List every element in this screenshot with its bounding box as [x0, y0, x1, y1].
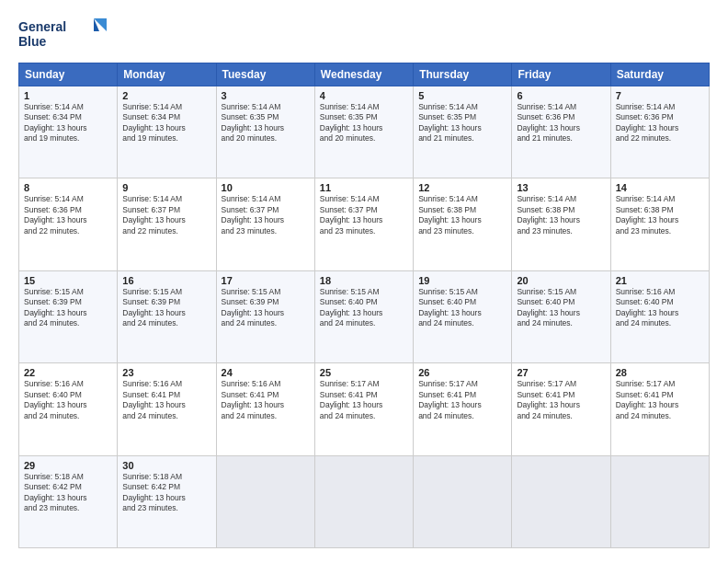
calendar-week-row: 29Sunrise: 5:18 AMSunset: 6:42 PMDayligh… — [19, 455, 710, 547]
day-info: Sunrise: 5:16 AMSunset: 6:40 PMDaylight:… — [24, 379, 112, 421]
calendar-cell: 14Sunrise: 5:14 AMSunset: 6:38 PMDayligh… — [610, 178, 709, 270]
day-info: Sunrise: 5:15 AMSunset: 6:39 PMDaylight:… — [24, 287, 112, 329]
day-info: Sunrise: 5:16 AMSunset: 6:40 PMDaylight:… — [616, 287, 704, 329]
calendar-cell: 16Sunrise: 5:15 AMSunset: 6:39 PMDayligh… — [118, 270, 216, 362]
calendar-cell — [314, 455, 413, 547]
calendar-cell: 8Sunrise: 5:14 AMSunset: 6:36 PMDaylight… — [19, 178, 118, 270]
calendar-cell: 5Sunrise: 5:14 AMSunset: 6:35 PMDaylight… — [414, 86, 512, 178]
page: General Blue SundayMondayTuesdayWednesda… — [0, 0, 728, 563]
day-info: Sunrise: 5:18 AMSunset: 6:42 PMDaylight:… — [122, 472, 210, 514]
calendar-cell: 22Sunrise: 5:16 AMSunset: 6:40 PMDayligh… — [19, 363, 118, 455]
svg-text:General: General — [18, 19, 66, 34]
calendar-cell: 1Sunrise: 5:14 AMSunset: 6:34 PMDaylight… — [19, 86, 118, 178]
svg-text:Blue: Blue — [18, 34, 47, 49]
day-info: Sunrise: 5:16 AMSunset: 6:41 PMDaylight:… — [222, 379, 310, 421]
day-info: Sunrise: 5:14 AMSunset: 6:35 PMDaylight:… — [222, 102, 310, 144]
day-number: 6 — [517, 90, 605, 101]
logo-svg: General Blue — [18, 15, 110, 53]
calendar-cell: 18Sunrise: 5:15 AMSunset: 6:40 PMDayligh… — [314, 270, 413, 362]
day-number: 7 — [616, 90, 704, 101]
calendar-cell: 24Sunrise: 5:16 AMSunset: 6:41 PMDayligh… — [216, 363, 314, 455]
calendar-cell: 10Sunrise: 5:14 AMSunset: 6:37 PMDayligh… — [216, 178, 314, 270]
day-info: Sunrise: 5:15 AMSunset: 6:39 PMDaylight:… — [222, 287, 310, 329]
day-info: Sunrise: 5:14 AMSunset: 6:35 PMDaylight:… — [320, 102, 408, 144]
calendar-table: SundayMondayTuesdayWednesdayThursdayFrid… — [18, 63, 710, 548]
day-info: Sunrise: 5:14 AMSunset: 6:36 PMDaylight:… — [616, 102, 704, 144]
calendar-cell: 27Sunrise: 5:17 AMSunset: 6:41 PMDayligh… — [512, 363, 610, 455]
calendar-cell: 20Sunrise: 5:15 AMSunset: 6:40 PMDayligh… — [512, 270, 610, 362]
day-info: Sunrise: 5:14 AMSunset: 6:34 PMDaylight:… — [122, 102, 210, 144]
calendar-cell: 25Sunrise: 5:17 AMSunset: 6:41 PMDayligh… — [314, 363, 413, 455]
calendar-cell: 7Sunrise: 5:14 AMSunset: 6:36 PMDaylight… — [610, 86, 709, 178]
day-info: Sunrise: 5:14 AMSunset: 6:36 PMDaylight:… — [517, 102, 605, 144]
day-number: 15 — [24, 275, 112, 286]
day-number: 26 — [418, 367, 506, 378]
day-number: 12 — [418, 182, 506, 193]
day-number: 4 — [320, 90, 408, 101]
day-number: 18 — [320, 275, 408, 286]
day-number: 1 — [24, 90, 112, 101]
calendar-cell: 6Sunrise: 5:14 AMSunset: 6:36 PMDaylight… — [512, 86, 610, 178]
day-info: Sunrise: 5:14 AMSunset: 6:38 PMDaylight:… — [418, 194, 506, 236]
calendar-week-row: 8Sunrise: 5:14 AMSunset: 6:36 PMDaylight… — [19, 178, 710, 270]
calendar-week-row: 22Sunrise: 5:16 AMSunset: 6:40 PMDayligh… — [19, 363, 710, 455]
weekday-header-tuesday: Tuesday — [216, 63, 314, 86]
calendar-cell — [414, 455, 512, 547]
day-number: 19 — [418, 275, 506, 286]
day-number: 14 — [616, 182, 704, 193]
calendar-cell: 13Sunrise: 5:14 AMSunset: 6:38 PMDayligh… — [512, 178, 610, 270]
day-info: Sunrise: 5:17 AMSunset: 6:41 PMDaylight:… — [418, 379, 506, 421]
calendar-cell: 19Sunrise: 5:15 AMSunset: 6:40 PMDayligh… — [414, 270, 512, 362]
day-number: 22 — [24, 367, 112, 378]
calendar-body: 1Sunrise: 5:14 AMSunset: 6:34 PMDaylight… — [19, 86, 710, 548]
calendar-cell: 15Sunrise: 5:15 AMSunset: 6:39 PMDayligh… — [19, 270, 118, 362]
day-number: 17 — [222, 275, 310, 286]
calendar-cell: 4Sunrise: 5:14 AMSunset: 6:35 PMDaylight… — [314, 86, 413, 178]
weekday-header-saturday: Saturday — [610, 63, 709, 86]
logo: General Blue — [18, 15, 110, 53]
day-info: Sunrise: 5:17 AMSunset: 6:41 PMDaylight:… — [320, 379, 408, 421]
day-info: Sunrise: 5:14 AMSunset: 6:38 PMDaylight:… — [616, 194, 704, 236]
day-number: 28 — [616, 367, 704, 378]
day-info: Sunrise: 5:14 AMSunset: 6:37 PMDaylight:… — [122, 194, 210, 236]
day-number: 27 — [517, 367, 605, 378]
day-info: Sunrise: 5:14 AMSunset: 6:38 PMDaylight:… — [517, 194, 605, 236]
calendar-cell: 28Sunrise: 5:17 AMSunset: 6:41 PMDayligh… — [610, 363, 709, 455]
calendar-cell: 12Sunrise: 5:14 AMSunset: 6:38 PMDayligh… — [414, 178, 512, 270]
day-info: Sunrise: 5:15 AMSunset: 6:40 PMDaylight:… — [517, 287, 605, 329]
day-info: Sunrise: 5:15 AMSunset: 6:40 PMDaylight:… — [320, 287, 408, 329]
calendar-cell — [610, 455, 709, 547]
weekday-header-monday: Monday — [118, 63, 216, 86]
day-number: 5 — [418, 90, 506, 101]
weekday-header-sunday: Sunday — [19, 63, 118, 86]
day-number: 9 — [122, 182, 210, 193]
day-number: 29 — [24, 460, 112, 471]
day-number: 13 — [517, 182, 605, 193]
day-number: 21 — [616, 275, 704, 286]
day-number: 30 — [122, 460, 210, 471]
calendar-week-row: 1Sunrise: 5:14 AMSunset: 6:34 PMDaylight… — [19, 86, 710, 178]
day-number: 2 — [122, 90, 210, 101]
calendar-cell — [512, 455, 610, 547]
weekday-header-wednesday: Wednesday — [314, 63, 413, 86]
calendar-cell: 30Sunrise: 5:18 AMSunset: 6:42 PMDayligh… — [118, 455, 216, 547]
day-info: Sunrise: 5:14 AMSunset: 6:37 PMDaylight:… — [320, 194, 408, 236]
day-number: 10 — [222, 182, 310, 193]
header: General Blue — [18, 15, 710, 53]
calendar-cell: 9Sunrise: 5:14 AMSunset: 6:37 PMDaylight… — [118, 178, 216, 270]
day-number: 23 — [122, 367, 210, 378]
day-number: 16 — [122, 275, 210, 286]
calendar-cell: 29Sunrise: 5:18 AMSunset: 6:42 PMDayligh… — [19, 455, 118, 547]
calendar-cell — [216, 455, 314, 547]
day-number: 3 — [222, 90, 310, 101]
weekday-header-thursday: Thursday — [414, 63, 512, 86]
day-number: 24 — [222, 367, 310, 378]
calendar-cell: 11Sunrise: 5:14 AMSunset: 6:37 PMDayligh… — [314, 178, 413, 270]
day-number: 8 — [24, 182, 112, 193]
day-info: Sunrise: 5:17 AMSunset: 6:41 PMDaylight:… — [616, 379, 704, 421]
day-info: Sunrise: 5:15 AMSunset: 6:40 PMDaylight:… — [418, 287, 506, 329]
calendar-header-row: SundayMondayTuesdayWednesdayThursdayFrid… — [19, 63, 710, 86]
calendar-week-row: 15Sunrise: 5:15 AMSunset: 6:39 PMDayligh… — [19, 270, 710, 362]
day-info: Sunrise: 5:17 AMSunset: 6:41 PMDaylight:… — [517, 379, 605, 421]
day-info: Sunrise: 5:15 AMSunset: 6:39 PMDaylight:… — [122, 287, 210, 329]
